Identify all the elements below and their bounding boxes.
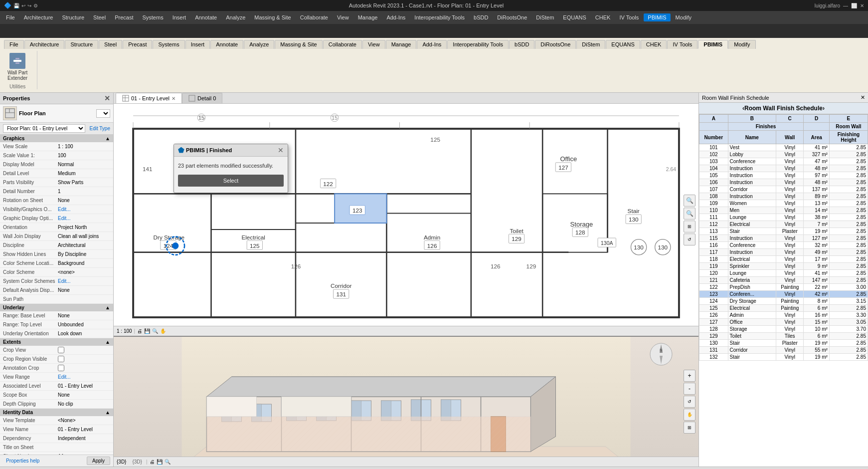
3d-orbit-btn[interactable]: ↺ <box>684 396 695 408</box>
toolbar-print-icon[interactable]: 🖨 <box>137 328 142 334</box>
menu-item-insert[interactable]: Insert <box>169 13 190 21</box>
properties-close-icon[interactable]: ✕ <box>104 94 110 102</box>
menu-item-chek[interactable]: CHEK <box>591 13 615 21</box>
ribbon-tab-collaborate[interactable]: Collaborate <box>323 40 362 49</box>
3d-print-icon[interactable]: 🖨 <box>150 459 155 465</box>
crop-view-checkbox[interactable] <box>58 347 64 353</box>
table-row[interactable]: 109 Women Vinyl 13 m² 2.85 <box>699 200 868 207</box>
table-row[interactable]: 127 Office Vinyl 15 m² 3.05 <box>699 319 868 326</box>
floor-plan-canvas[interactable]: 15 15 15 <box>114 104 698 337</box>
close-btn[interactable]: ✕ <box>860 3 864 8</box>
table-row[interactable]: 105 Instruction Vinyl 97 m² 2.85 <box>699 172 868 179</box>
table-row[interactable]: 115 Instruction Vinyl 127 m² 2.85 <box>699 235 868 242</box>
toolbar-pan-icon[interactable]: ✋ <box>160 328 166 334</box>
redo-icon[interactable]: ↪ <box>27 3 31 8</box>
extents-section-header[interactable]: Extents ▲ <box>0 338 113 346</box>
menu-item-analyze[interactable]: Analyze <box>222 13 249 21</box>
table-row[interactable]: 128 Storage Vinyl 10 m² 3.70 <box>699 326 868 333</box>
compass-control[interactable]: N <box>649 342 674 368</box>
menu-item-annotate[interactable]: Annotate <box>191 13 221 21</box>
underlay-section-header[interactable]: Underlay ▲ <box>0 304 113 311</box>
pbimis-select-button[interactable]: Select <box>178 175 284 187</box>
quick-save-icon[interactable]: 💾 <box>13 3 19 8</box>
3d-view-canvas[interactable]: N + - ↺ ✋ ⊞ {3D} {3D} | 🖨 💾 🔍 <box>114 337 698 467</box>
menu-item-add-ins[interactable]: Add-Ins <box>382 13 409 21</box>
table-row[interactable]: 120 Lounge Vinyl 41 m² 2.85 <box>699 270 868 277</box>
undo-icon[interactable]: ↩ <box>21 3 25 8</box>
ribbon-tab-interoperabilitytools[interactable]: Interoperability Tools <box>447 40 509 49</box>
properties-help-link[interactable]: Properties help <box>3 457 42 465</box>
tab1-close-icon[interactable]: ✕ <box>172 96 175 101</box>
3d-zoom-icon[interactable]: 🔍 <box>165 459 171 465</box>
menu-item-ivtools[interactable]: IV Tools <box>615 13 643 21</box>
3d-fit-btn[interactable]: ⊞ <box>684 422 695 434</box>
table-row[interactable]: 107 Corridor Vinyl 137 m² 2.85 <box>699 186 868 193</box>
ribbon-tab-distem[interactable]: DiStem <box>576 40 605 49</box>
zoom-in-btn[interactable]: 🔍 <box>684 195 695 207</box>
menu-item-view[interactable]: View <box>333 13 353 21</box>
edit-type-btn[interactable]: Edit Type <box>89 126 110 131</box>
floor-plan-dropdown[interactable]: Floor Plan: 01 - Entry Level <box>3 124 85 133</box>
ribbon-tab-dirootsone[interactable]: DiRootsOne <box>535 40 576 49</box>
ribbon-tab-modify[interactable]: Modify <box>728 40 755 49</box>
menu-item-file[interactable]: File <box>2 13 19 21</box>
menu-item-collaborate[interactable]: Collaborate <box>296 13 332 21</box>
tab-entry-level[interactable]: 01 - Entry Level ✕ <box>116 93 182 103</box>
crop-region-checkbox[interactable] <box>58 356 64 362</box>
type-dropdown[interactable] <box>96 109 110 118</box>
menu-item-interoperabilitytools[interactable]: Interoperability Tools <box>410 13 469 21</box>
table-row[interactable]: 101 Vest Vinyl 41 m² 2.85 <box>699 144 868 151</box>
toolbar-zoom-icon[interactable]: 🔍 <box>152 328 158 334</box>
menu-item-massing&site[interactable]: Massing & Site <box>250 13 295 21</box>
table-row[interactable]: 130 Stair Plaster 19 m² 2.85 <box>699 340 868 347</box>
table-row[interactable]: 102 Lobby Vinyl 327 m² 2.85 <box>699 151 868 158</box>
schedule-scroll[interactable]: A B C D E Finishes Room Wall Number <box>699 114 868 467</box>
orbit-btn[interactable]: ↺ <box>684 234 695 245</box>
ribbon-tab-chek[interactable]: CHEK <box>641 40 667 49</box>
table-row[interactable]: 124 Dry Storage Painting 8 m² 3.15 <box>699 298 868 305</box>
schedule-close-icon[interactable]: ✕ <box>861 94 865 101</box>
zoom-out-btn[interactable]: 🔍 <box>684 208 695 220</box>
ribbon-tab-pbimis[interactable]: PBIMIS <box>698 40 728 49</box>
table-row[interactable]: 126 Admin Vinyl 16 m² 3.30 <box>699 312 868 319</box>
ribbon-tab-insert[interactable]: Insert <box>185 40 210 49</box>
table-row[interactable]: 106 Instruction Vinyl 48 m² 2.85 <box>699 179 868 186</box>
menu-item-steel[interactable]: Steel <box>89 13 110 21</box>
pbimis-close-btn[interactable]: ✕ <box>278 146 284 154</box>
table-row[interactable]: 129 Toilet Tiles 6 m² 2.85 <box>699 333 868 340</box>
toolbar-save-icon[interactable]: 💾 <box>144 328 150 334</box>
graphics-section-header[interactable]: Graphics ▲ <box>0 135 113 142</box>
menu-item-structure[interactable]: Structure <box>58 13 88 21</box>
menu-item-pbimis[interactable]: PBIMIS <box>644 13 670 21</box>
ribbon-tab-precast[interactable]: Precast <box>123 40 152 49</box>
menu-item-distem[interactable]: DiStem <box>532 13 558 21</box>
ribbon-tab-view[interactable]: View <box>362 40 385 49</box>
ribbon-tab-structure[interactable]: Structure <box>65 40 98 49</box>
3d-zoom-out-btn[interactable]: - <box>684 383 695 395</box>
table-row[interactable]: 116 Conference Vinyl 32 m² 2.85 <box>699 242 868 249</box>
3d-zoom-in-btn[interactable]: + <box>684 370 695 382</box>
ribbon-tab-steel[interactable]: Steel <box>99 40 122 49</box>
maximize-btn[interactable]: ⬜ <box>851 3 857 8</box>
table-row[interactable]: 118 Electrical Vinyl 17 m² 2.85 <box>699 256 868 263</box>
ribbon-tab-add-ins[interactable]: Add-Ins <box>417 40 447 49</box>
ribbon-tab-file[interactable]: File <box>4 40 24 49</box>
table-row[interactable]: 125 Electrical Painting 6 m² 2.85 <box>699 305 868 312</box>
menu-item-systems[interactable]: Systems <box>138 13 167 21</box>
table-row[interactable]: 111 Lounge Vinyl 38 m² 2.85 <box>699 214 868 221</box>
table-row[interactable]: 122 PrepDish Painting 22 m² 3.00 <box>699 284 868 291</box>
table-row[interactable]: 119 Sprinkler Vinyl 9 m² 2.85 <box>699 263 868 270</box>
tab-detail0[interactable]: Detail 0 <box>182 93 222 103</box>
minimize-btn[interactable]: — <box>843 3 848 8</box>
3d-save-icon[interactable]: 💾 <box>157 459 163 465</box>
ribbon-tab-manage[interactable]: Manage <box>386 40 417 49</box>
ribbon-tab-bsdd[interactable]: bSDD <box>509 40 534 49</box>
ribbon-tab-systems[interactable]: Systems <box>153 40 184 49</box>
zoom-fit-btn[interactable]: ⊞ <box>684 221 695 233</box>
ribbon-tab-analyze[interactable]: Analyze <box>244 40 274 49</box>
ribbon-tab-ivtools[interactable]: IV Tools <box>667 40 697 49</box>
table-row[interactable]: 103 Conference Vinyl 47 m² 2.85 <box>699 158 868 165</box>
ribbon-tab-architecture[interactable]: Architecture <box>24 40 65 49</box>
menu-item-dirootsone[interactable]: DiRootsOne <box>493 13 531 21</box>
table-row[interactable]: 123 Conferen... Vinyl 42 m² 2.85 <box>699 291 868 298</box>
